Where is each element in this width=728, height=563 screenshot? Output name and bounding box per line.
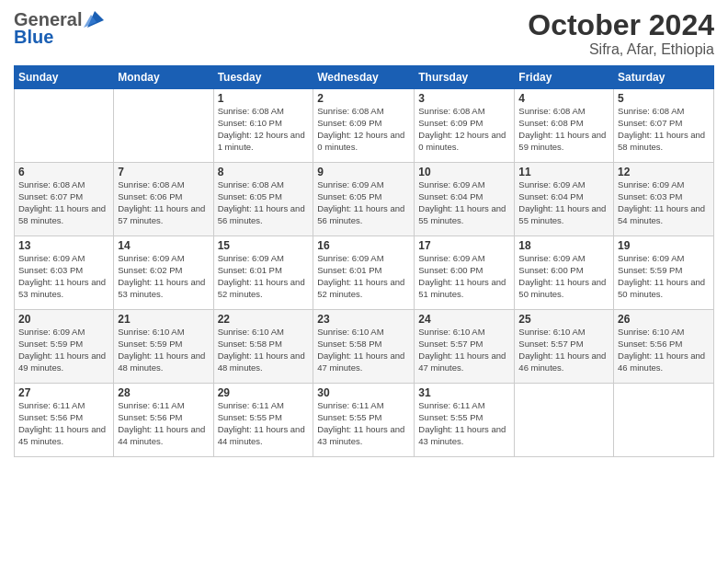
day-info: Sunrise: 6:11 AMSunset: 5:55 PMDaylight:… xyxy=(218,400,310,447)
day-number: 17 xyxy=(418,239,510,252)
day-cell: 1Sunrise: 6:08 AMSunset: 6:10 PMDaylight… xyxy=(213,89,313,163)
day-cell xyxy=(15,89,114,163)
day-cell: 11Sunrise: 6:09 AMSunset: 6:04 PMDayligh… xyxy=(515,163,614,236)
day-cell: 7Sunrise: 6:08 AMSunset: 6:06 PMDaylight… xyxy=(114,163,213,236)
day-cell: 25Sunrise: 6:10 AMSunset: 5:57 PMDayligh… xyxy=(515,310,614,384)
day-cell: 14Sunrise: 6:09 AMSunset: 6:02 PMDayligh… xyxy=(114,236,213,310)
day-number: 7 xyxy=(118,166,209,178)
day-cell: 31Sunrise: 6:11 AMSunset: 5:55 PMDayligh… xyxy=(415,384,515,457)
day-info: Sunrise: 6:10 AMSunset: 5:57 PMDaylight:… xyxy=(418,327,510,373)
day-number: 13 xyxy=(18,239,109,252)
day-info: Sunrise: 6:11 AMSunset: 5:56 PMDaylight:… xyxy=(118,400,209,447)
day-number: 12 xyxy=(618,166,710,178)
day-info: Sunrise: 6:10 AMSunset: 5:59 PMDaylight:… xyxy=(118,327,209,373)
day-cell: 23Sunrise: 6:10 AMSunset: 5:58 PMDayligh… xyxy=(313,310,415,384)
month-title: October 2024 xyxy=(528,9,714,41)
day-number: 20 xyxy=(18,313,109,326)
day-cell: 4Sunrise: 6:08 AMSunset: 6:08 PMDaylight… xyxy=(515,89,614,163)
page: General Blue October 2024 Sifra, Afar, E… xyxy=(0,0,728,563)
day-info: Sunrise: 6:09 AMSunset: 5:59 PMDaylight:… xyxy=(18,327,109,373)
day-number: 29 xyxy=(218,386,310,399)
day-cell: 8Sunrise: 6:08 AMSunset: 6:05 PMDaylight… xyxy=(213,163,313,236)
day-number: 21 xyxy=(118,313,209,326)
day-info: Sunrise: 6:10 AMSunset: 5:56 PMDaylight:… xyxy=(618,327,710,373)
weekday-header-sunday: Sunday xyxy=(15,66,114,89)
day-cell: 9Sunrise: 6:09 AMSunset: 6:05 PMDaylight… xyxy=(313,163,415,236)
day-info: Sunrise: 6:09 AMSunset: 6:03 PMDaylight:… xyxy=(618,179,710,226)
day-cell: 20Sunrise: 6:09 AMSunset: 5:59 PMDayligh… xyxy=(15,310,114,384)
day-info: Sunrise: 6:11 AMSunset: 5:55 PMDaylight:… xyxy=(418,400,510,447)
weekday-header-wednesday: Wednesday xyxy=(313,66,415,89)
day-cell: 16Sunrise: 6:09 AMSunset: 6:01 PMDayligh… xyxy=(313,236,415,310)
day-info: Sunrise: 6:10 AMSunset: 5:57 PMDaylight:… xyxy=(518,327,609,373)
weekday-header-saturday: Saturday xyxy=(614,66,714,89)
day-info: Sunrise: 6:09 AMSunset: 6:05 PMDaylight:… xyxy=(317,179,410,226)
week-row-2: 6Sunrise: 6:08 AMSunset: 6:07 PMDaylight… xyxy=(15,163,714,236)
day-cell: 22Sunrise: 6:10 AMSunset: 5:58 PMDayligh… xyxy=(213,310,313,384)
day-info: Sunrise: 6:09 AMSunset: 6:03 PMDaylight:… xyxy=(18,253,109,300)
day-info: Sunrise: 6:08 AMSunset: 6:10 PMDaylight:… xyxy=(218,106,310,153)
day-info: Sunrise: 6:09 AMSunset: 6:00 PMDaylight:… xyxy=(518,253,609,300)
day-cell xyxy=(515,384,614,457)
week-row-1: 1Sunrise: 6:08 AMSunset: 6:10 PMDaylight… xyxy=(15,89,714,163)
day-number: 8 xyxy=(218,166,310,178)
day-info: Sunrise: 6:08 AMSunset: 6:07 PMDaylight:… xyxy=(618,106,710,153)
day-cell xyxy=(114,89,213,163)
day-info: Sunrise: 6:09 AMSunset: 6:04 PMDaylight:… xyxy=(518,179,609,226)
day-cell: 30Sunrise: 6:11 AMSunset: 5:55 PMDayligh… xyxy=(313,384,415,457)
day-cell: 6Sunrise: 6:08 AMSunset: 6:07 PMDaylight… xyxy=(15,163,114,236)
day-info: Sunrise: 6:09 AMSunset: 6:04 PMDaylight:… xyxy=(418,179,510,226)
logo: General Blue xyxy=(14,9,104,48)
day-info: Sunrise: 6:09 AMSunset: 6:02 PMDaylight:… xyxy=(118,253,209,300)
day-number: 16 xyxy=(317,239,410,252)
day-info: Sunrise: 6:09 AMSunset: 5:59 PMDaylight:… xyxy=(618,253,710,300)
day-info: Sunrise: 6:08 AMSunset: 6:06 PMDaylight:… xyxy=(118,179,209,226)
day-info: Sunrise: 6:08 AMSunset: 6:07 PMDaylight:… xyxy=(18,179,109,226)
day-info: Sunrise: 6:11 AMSunset: 5:56 PMDaylight:… xyxy=(18,400,109,447)
logo-blue: Blue xyxy=(14,27,53,48)
day-info: Sunrise: 6:09 AMSunset: 6:00 PMDaylight:… xyxy=(418,253,510,300)
day-number: 3 xyxy=(418,92,510,105)
day-cell: 12Sunrise: 6:09 AMSunset: 6:03 PMDayligh… xyxy=(614,163,714,236)
weekday-header-monday: Monday xyxy=(114,66,213,89)
day-number: 1 xyxy=(218,92,310,105)
day-cell xyxy=(614,384,714,457)
day-cell: 24Sunrise: 6:10 AMSunset: 5:57 PMDayligh… xyxy=(415,310,515,384)
day-cell: 13Sunrise: 6:09 AMSunset: 6:03 PMDayligh… xyxy=(15,236,114,310)
day-cell: 19Sunrise: 6:09 AMSunset: 5:59 PMDayligh… xyxy=(614,236,714,310)
week-row-5: 27Sunrise: 6:11 AMSunset: 5:56 PMDayligh… xyxy=(15,384,714,457)
day-number: 23 xyxy=(317,313,410,326)
day-number: 22 xyxy=(218,313,310,326)
day-info: Sunrise: 6:09 AMSunset: 6:01 PMDaylight:… xyxy=(218,253,310,300)
day-number: 31 xyxy=(418,386,510,399)
day-info: Sunrise: 6:10 AMSunset: 5:58 PMDaylight:… xyxy=(218,327,310,373)
location-title: Sifra, Afar, Ethiopia xyxy=(528,41,714,58)
day-number: 4 xyxy=(518,92,609,105)
week-row-4: 20Sunrise: 6:09 AMSunset: 5:59 PMDayligh… xyxy=(15,310,714,384)
day-number: 6 xyxy=(18,166,109,178)
day-info: Sunrise: 6:08 AMSunset: 6:08 PMDaylight:… xyxy=(518,106,609,153)
day-cell: 26Sunrise: 6:10 AMSunset: 5:56 PMDayligh… xyxy=(614,310,714,384)
weekday-header-row: SundayMondayTuesdayWednesdayThursdayFrid… xyxy=(15,66,714,89)
calendar: SundayMondayTuesdayWednesdayThursdayFrid… xyxy=(14,65,714,457)
day-number: 30 xyxy=(317,386,410,399)
day-number: 15 xyxy=(218,239,310,252)
day-number: 11 xyxy=(518,166,609,178)
week-row-3: 13Sunrise: 6:09 AMSunset: 6:03 PMDayligh… xyxy=(15,236,714,310)
day-info: Sunrise: 6:09 AMSunset: 6:01 PMDaylight:… xyxy=(317,253,410,300)
day-cell: 2Sunrise: 6:08 AMSunset: 6:09 PMDaylight… xyxy=(313,89,415,163)
day-number: 19 xyxy=(618,239,710,252)
day-number: 25 xyxy=(518,313,609,326)
day-cell: 17Sunrise: 6:09 AMSunset: 6:00 PMDayligh… xyxy=(415,236,515,310)
day-number: 10 xyxy=(418,166,510,178)
day-cell: 21Sunrise: 6:10 AMSunset: 5:59 PMDayligh… xyxy=(114,310,213,384)
day-info: Sunrise: 6:08 AMSunset: 6:09 PMDaylight:… xyxy=(418,106,510,153)
day-cell: 18Sunrise: 6:09 AMSunset: 6:00 PMDayligh… xyxy=(515,236,614,310)
weekday-header-friday: Friday xyxy=(515,66,614,89)
day-number: 26 xyxy=(618,313,710,326)
day-info: Sunrise: 6:10 AMSunset: 5:58 PMDaylight:… xyxy=(317,327,410,373)
day-number: 2 xyxy=(317,92,410,105)
day-number: 5 xyxy=(618,92,710,105)
title-section: October 2024 Sifra, Afar, Ethiopia xyxy=(528,9,714,58)
day-info: Sunrise: 6:11 AMSunset: 5:55 PMDaylight:… xyxy=(317,400,410,447)
